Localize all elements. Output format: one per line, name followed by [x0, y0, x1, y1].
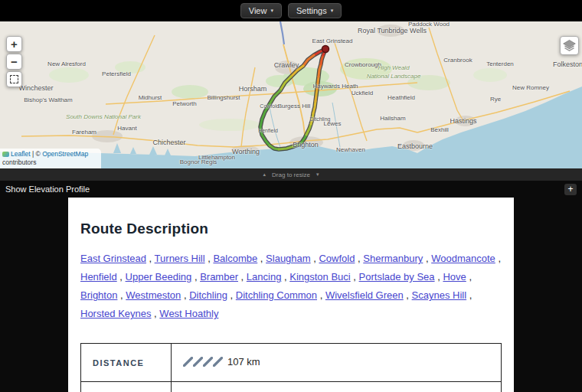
top-toolbar: View ▾ Settings ▾: [0, 0, 582, 21]
resize-up-icon: ▴: [263, 172, 266, 178]
route-description-card: Route Description East Grinstead , Turne…: [68, 198, 514, 392]
stat-row: DISTANCE107 km: [81, 344, 502, 382]
place-link[interactable]: Portslade by Sea: [359, 271, 435, 283]
zoom-in-button[interactable]: +: [6, 36, 22, 52]
place-link[interactable]: Ditchling Common: [236, 289, 317, 301]
place-separator: ,: [152, 308, 160, 319]
place-separator: ,: [117, 271, 126, 283]
attribution-separator: |: [32, 150, 34, 158]
fullscreen-icon: [10, 75, 18, 83]
layers-icon: [563, 39, 576, 52]
show-elevation-profile-toggle[interactable]: Show Elevation Profile: [5, 185, 90, 194]
view-menu-button[interactable]: View ▾: [240, 3, 282, 18]
place-separator: ,: [355, 253, 363, 264]
elevation-expand-button[interactable]: +: [564, 184, 577, 195]
place-separator: ,: [205, 253, 214, 264]
place-link[interactable]: Wivelsfield Green: [325, 289, 404, 301]
attribution-contributors: contributors: [2, 158, 36, 166]
place-separator: ,: [238, 271, 247, 283]
place-separator: ,: [191, 271, 200, 283]
chevron-down-icon: ▾: [270, 8, 273, 14]
place-separator: ,: [117, 289, 126, 301]
map-resize-handle[interactable]: ▴ Drag to resize ▾: [0, 168, 582, 181]
place-separator: ,: [435, 271, 443, 283]
place-link[interactable]: Ditchling: [189, 289, 227, 301]
stat-label: DISTANCE: [81, 344, 172, 382]
zoom-out-button[interactable]: −: [6, 54, 22, 70]
attribution-copyright: ©: [36, 150, 41, 158]
route-stats-table: DISTANCE107 kmASCENT1393 m: [80, 343, 502, 392]
place-separator: ,: [404, 289, 412, 301]
place-link[interactable]: Westmeston: [126, 289, 181, 301]
place-separator: ,: [351, 271, 359, 283]
stat-row: ASCENT1393 m: [81, 382, 502, 392]
map-canvas: [0, 21, 582, 168]
place-link[interactable]: Shermanbury: [363, 253, 423, 264]
place-separator: ,: [227, 289, 236, 301]
place-link[interactable]: West Hoathly: [159, 308, 218, 319]
slope-icon: [183, 357, 193, 369]
page-title: Route Description: [80, 220, 502, 237]
resize-down-icon: ▾: [316, 172, 319, 178]
place-link[interactable]: Kingston Buci: [289, 271, 351, 283]
place-separator: ,: [257, 253, 266, 264]
layers-button[interactable]: [560, 36, 579, 55]
route-start-marker: [322, 46, 329, 53]
app-root: View ▾ Settings ▾: [0, 0, 582, 392]
place-link[interactable]: Slaugham: [266, 253, 311, 264]
place-link[interactable]: Scaynes Hill: [412, 289, 467, 301]
place-link[interactable]: Balcombe: [213, 253, 257, 264]
place-separator: ,: [466, 289, 472, 301]
resize-label: Drag to resize: [272, 172, 310, 178]
place-link[interactable]: East Grinstead: [80, 253, 146, 264]
slope-icon: [193, 357, 203, 369]
place-link[interactable]: Turners Hill: [155, 253, 205, 264]
stat-value-text: 107 km: [227, 356, 260, 368]
slope-icon: [203, 357, 213, 369]
place-link[interactable]: Brighton: [80, 289, 117, 301]
place-separator: ,: [146, 253, 155, 264]
stat-value: 1393 m: [172, 382, 502, 392]
view-menu-label: View: [249, 6, 267, 15]
fullscreen-button[interactable]: [6, 71, 22, 87]
stats-table-body: DISTANCE107 kmASCENT1393 m: [81, 344, 502, 392]
map[interactable]: Royal Tunbridge WellsPaddock WoodEast Gr…: [0, 21, 582, 168]
place-link[interactable]: Henfield: [80, 271, 117, 283]
place-separator: ,: [466, 271, 472, 283]
place-separator: ,: [181, 289, 189, 301]
content-area: Route Description East Grinstead , Turne…: [0, 198, 582, 392]
place-link[interactable]: Upper Beeding: [126, 271, 192, 283]
stat-value: 107 km: [172, 344, 502, 382]
leaflet-logo-icon: [2, 152, 9, 157]
openstreetmap-link[interactable]: OpenStreetMap: [42, 150, 88, 158]
settings-menu-button[interactable]: Settings ▾: [288, 3, 342, 18]
place-link[interactable]: Lancing: [247, 271, 282, 283]
place-link[interactable]: Hove: [443, 271, 466, 283]
slope-icon: [213, 357, 223, 369]
leaflet-link[interactable]: Leaflet: [11, 150, 31, 158]
stat-label: ASCENT: [81, 382, 172, 392]
map-attribution: Leaflet | © OpenStreetMap contributors: [0, 149, 101, 168]
place-separator: ,: [281, 271, 289, 283]
place-links: East Grinstead , Turners Hill , Balcombe…: [80, 250, 502, 323]
place-separator: ,: [423, 253, 431, 264]
elevation-profile-bar: Show Elevation Profile +: [0, 181, 582, 198]
place-link[interactable]: Cowfold: [319, 253, 355, 264]
place-separator: ,: [495, 253, 501, 264]
place-separator: ,: [317, 289, 325, 301]
place-separator: ,: [311, 253, 319, 264]
settings-menu-label: Settings: [296, 6, 327, 15]
place-link[interactable]: Woodmancote: [431, 253, 495, 264]
place-link[interactable]: Horsted Keynes: [80, 308, 152, 319]
place-link[interactable]: Bramber: [200, 271, 238, 283]
chevron-down-icon: ▾: [331, 8, 334, 14]
